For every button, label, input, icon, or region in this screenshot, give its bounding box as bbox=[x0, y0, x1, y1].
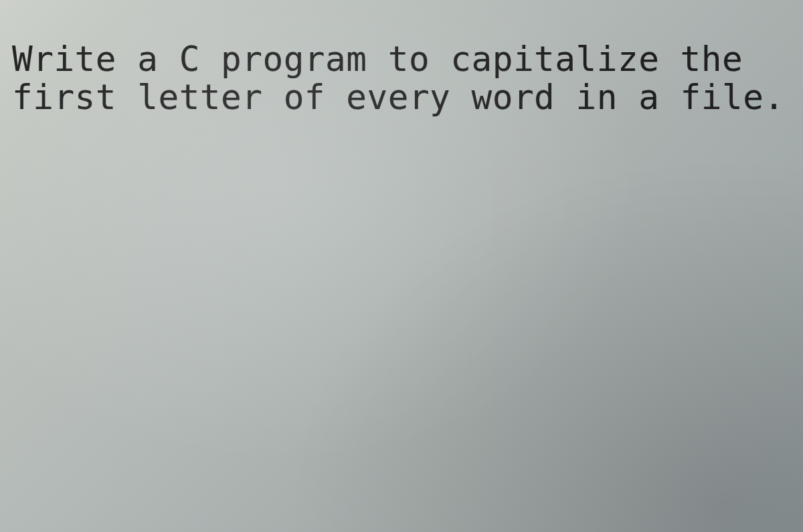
text-line-1: Write a C program to capitalize the bbox=[12, 39, 743, 79]
monospace-text-block: Write a C program to capitalize the firs… bbox=[12, 40, 800, 116]
text-line-2: first letter of every word in a file. bbox=[12, 78, 785, 117]
